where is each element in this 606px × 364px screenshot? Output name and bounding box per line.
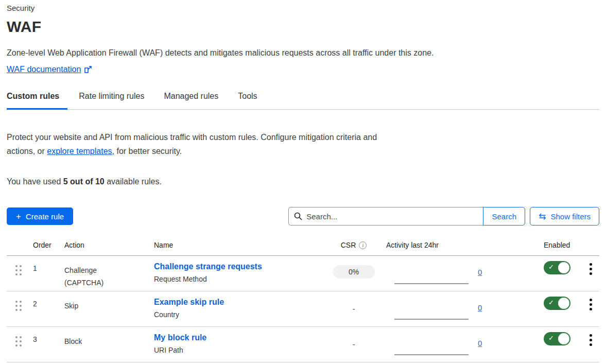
header-activity: Activity last 24hr [379, 241, 537, 249]
table-header: Order Action Name CSR i Activity last 24… [7, 236, 599, 256]
toggle-knob [558, 262, 569, 273]
rule-csr-cell: - [328, 327, 379, 362]
tab-tools[interactable]: Tools [238, 92, 265, 109]
check-icon: ✓ [548, 263, 554, 271]
activity-value-link[interactable]: 0 [478, 303, 482, 312]
rule-csr-cell: 0% [328, 256, 379, 291]
drag-dots-icon [15, 336, 22, 346]
search-input[interactable] [306, 212, 478, 221]
rule-enabled-cell: ✓ [537, 256, 578, 291]
kebab-menu-icon[interactable] [587, 298, 594, 311]
kebab-menu-icon[interactable] [587, 333, 594, 347]
rule-menu-cell [578, 256, 599, 291]
kebab-menu-icon[interactable] [587, 262, 594, 276]
toggle-knob [558, 333, 569, 344]
create-rule-button[interactable]: + Create rule [7, 207, 73, 225]
breadcrumb: Security [7, 4, 599, 14]
tab-bar: Custom rules Rate limiting rules Managed… [7, 92, 599, 110]
header-menu-spacer [578, 241, 599, 249]
check-icon: ✓ [548, 334, 554, 342]
activity-sparkline [394, 354, 469, 355]
header-csr-label: CSR [341, 241, 356, 249]
toolbar-right: Search ⇆ Show filters [288, 207, 599, 226]
header-name: Name [147, 241, 328, 249]
activity-value-link[interactable]: 0 [478, 268, 482, 276]
drag-handle[interactable] [7, 327, 28, 362]
swap-arrows-icon: ⇆ [539, 212, 546, 221]
show-filters-label: Show filters [550, 212, 591, 221]
header-action: Action [58, 241, 147, 249]
tab-rate-limiting-rules[interactable]: Rate limiting rules [79, 92, 152, 109]
rule-order: 1 [28, 256, 58, 291]
activity-sparkline [394, 283, 469, 284]
rule-name-link[interactable]: Challenge strange requests [154, 262, 262, 271]
rule-action-line1: Block [64, 335, 147, 348]
enabled-toggle[interactable]: ✓ [544, 261, 570, 274]
table-row: 1 Challenge (CAPTCHA) Challenge strange … [7, 256, 599, 291]
header-csr: CSR i [328, 241, 379, 249]
table-row: 3 Block My block rule URI Path - 0 ✓ [7, 327, 599, 362]
rule-activity-cell: 0 [379, 256, 537, 291]
activity-value-link[interactable]: 0 [478, 339, 482, 348]
activity-sparkline [394, 319, 469, 320]
intro-text-after: , for better security. [112, 147, 182, 155]
rule-name-cell: Example skip rule Country [147, 291, 328, 326]
usage-count: 5 out of 10 [63, 177, 105, 186]
external-link-icon [84, 66, 92, 73]
enabled-toggle[interactable]: ✓ [544, 297, 570, 310]
custom-rules-table: Order Action Name CSR i Activity last 24… [7, 236, 599, 362]
header-enabled: Enabled [537, 241, 578, 249]
rule-enabled-cell: ✓ [537, 327, 578, 362]
usage-suffix: available rules. [105, 177, 162, 186]
rule-action: Block [58, 327, 147, 362]
waf-page: Security WAF Zone-level Web Application … [0, 0, 606, 362]
rule-enabled-cell: ✓ [537, 291, 578, 326]
rule-csr-cell: - [328, 291, 379, 326]
rule-action-line2: (CAPTCHA) [64, 276, 147, 289]
rule-action-line1: Skip [64, 300, 147, 312]
drag-dots-icon [15, 265, 22, 275]
rule-action: Skip [58, 291, 147, 326]
intro-text: Protect your website and API from malici… [7, 130, 390, 158]
rule-activity-cell: 0 [379, 291, 537, 326]
create-rule-label: Create rule [26, 212, 64, 221]
toolbar: + Create rule Search ⇆ Show filters [7, 207, 599, 226]
check-icon: ✓ [548, 299, 554, 306]
rule-order: 3 [28, 327, 58, 362]
csr-value: - [353, 336, 355, 349]
rule-name-cell: My block rule URI Path [147, 327, 328, 362]
toggle-knob [558, 298, 569, 309]
rule-activity-cell: 0 [379, 327, 537, 362]
page-title: WAF [7, 17, 599, 37]
rule-menu-cell [578, 327, 599, 362]
tab-custom-rules[interactable]: Custom rules [7, 92, 67, 110]
drag-handle[interactable] [7, 256, 28, 291]
search-box [288, 207, 483, 226]
tab-managed-rules[interactable]: Managed rules [164, 92, 227, 109]
header-order: Order [28, 241, 58, 249]
enabled-toggle[interactable]: ✓ [544, 332, 570, 345]
plus-icon: + [16, 212, 21, 221]
csr-value: - [353, 301, 355, 313]
info-icon[interactable]: i [359, 241, 367, 249]
rule-field: URI Path [154, 346, 328, 354]
waf-documentation-link[interactable]: WAF documentation [7, 65, 81, 74]
table-row: 2 Skip Example skip rule Country - 0 ✓ [7, 291, 599, 327]
rules-usage-text: You have used 5 out of 10 available rule… [7, 177, 599, 186]
explore-templates-link[interactable]: explore templates [47, 147, 112, 155]
rule-name-cell: Challenge strange requests Request Metho… [147, 256, 328, 291]
rule-order: 2 [28, 291, 58, 326]
rule-field: Country [154, 310, 328, 319]
rule-action-line1: Challenge [64, 264, 147, 276]
csr-badge: 0% [333, 265, 375, 279]
drag-handle[interactable] [7, 291, 28, 326]
drag-dots-icon [15, 301, 22, 311]
search-icon [294, 212, 302, 220]
rule-name-link[interactable]: My block rule [154, 333, 206, 342]
rule-field: Request Method [154, 275, 328, 283]
search-button[interactable]: Search [483, 207, 525, 226]
rule-name-link[interactable]: Example skip rule [154, 298, 224, 307]
usage-prefix: You have used [7, 177, 63, 186]
rule-menu-cell [578, 291, 599, 326]
show-filters-button[interactable]: ⇆ Show filters [530, 207, 599, 226]
